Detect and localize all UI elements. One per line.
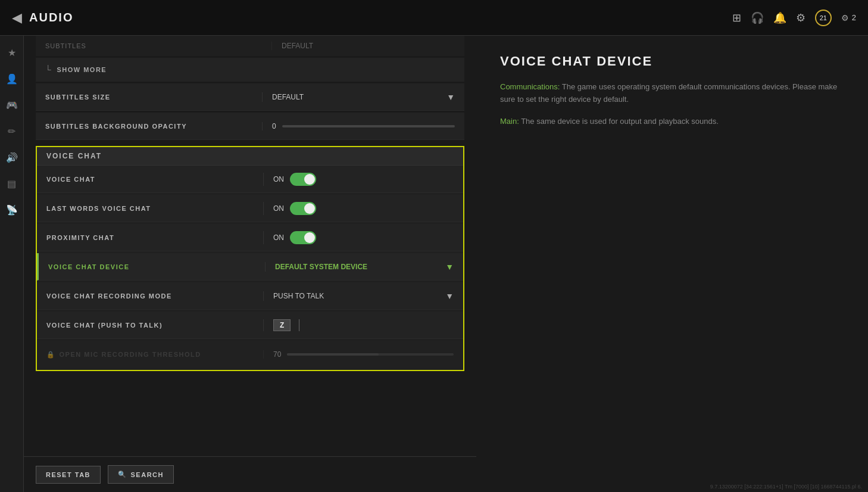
last-words-label: LAST WORDS VOICE CHAT [37,205,263,212]
voice-chat-state: ON [273,175,284,183]
setting-row-open-mic: 🔒OPEN MIC RECORDING THRESHOLD 70 [37,341,463,368]
lock-icon: 🔒 [46,351,56,358]
setting-row-subtitles-size[interactable]: SUBTITLES SIZE DEFAULT ▼ [36,83,464,111]
voice-chat-section-header: VOICE CHAT [37,147,463,166]
voice-chat-device-selected: DEFAULT SYSTEM DEVICE [275,263,367,271]
info-panel: VOICE CHAT DEVICE Communications: The ga… [476,36,868,492]
recording-mode-arrow-icon: ▼ [445,291,454,301]
headset-icon[interactable]: 🎧 [751,11,764,24]
info-main: Main: The same device is used for output… [500,116,844,128]
players-icon: ⚙ [841,13,849,23]
voice-chat-label: VOICE CHAT [37,176,263,183]
last-words-toggle-knob [304,203,315,214]
subtitles-size-dropdown[interactable]: DEFAULT ▼ [272,92,455,102]
debug-text: 9.7.13200072 [34:222:1561+1] Tm [7000] [… [710,484,862,490]
push-to-talk-key[interactable]: Z [273,319,291,331]
grid-icon[interactable]: ⊞ [732,11,741,24]
info-communications: Communications: The game uses operating … [500,81,844,106]
sidebar: ★ 👤 🎮 ✏ 🔊 ▤ 📡 [0,36,24,492]
subtitles-bg-number: 0 [272,122,276,130]
back-button[interactable]: ◀ AUDIO [12,10,73,26]
subtitles-bg-label: SUBTITLES BACKGROUND OPACITY [36,123,262,130]
settings-icon[interactable]: ⚙ [796,11,805,24]
voice-chat-toggle-knob [304,174,315,185]
user-badge[interactable]: 21 [815,10,832,26]
show-more-label: SHOW MORE [57,66,107,73]
voice-chat-section: VOICE CHAT VOICE CHAT ON LAST WORDS VOIC… [36,146,464,371]
main-content: SUBTITLES DEFAULT └ SHOW MORE SUBTITLES … [24,36,868,492]
partial-label-subtitles: SUBTITLES [45,42,271,49]
open-mic-value: 70 [263,350,463,359]
sidebar-item-gamepad[interactable]: 🎮 [1,94,23,116]
recording-mode-selected: PUSH TO TALK [273,292,324,300]
info-communications-label: Communications: [500,82,560,91]
keybind-separator [299,319,299,331]
bottom-bar: RESET TAB 🔍 SEARCH [24,456,476,492]
push-to-talk-label: VOICE CHAT (PUSH TO TALK) [37,322,263,329]
open-mic-number: 70 [273,350,281,359]
subtitles-size-value[interactable]: DEFAULT ▼ [262,92,464,102]
page-title: AUDIO [29,11,73,24]
sidebar-item-network[interactable]: 📡 [1,199,23,220]
proximity-chat-label: PROXIMITY CHAT [37,234,263,241]
proximity-chat-toggle-knob [304,232,315,243]
subtitles-size-arrow-icon: ▼ [447,92,455,102]
voice-chat-device-label: VOICE CHAT DEVICE [39,263,265,270]
partial-value-subtitles: DEFAULT [271,42,313,50]
open-mic-slider-track [287,353,454,356]
open-mic-slider-fill [287,353,379,356]
bell-icon[interactable]: 🔔 [773,11,786,24]
subtitles-size-label: SUBTITLES SIZE [36,94,262,101]
back-icon: ◀ [12,10,22,26]
recording-mode-dropdown[interactable]: PUSH TO TALK ▼ [273,291,454,301]
settings-panel: SUBTITLES DEFAULT └ SHOW MORE SUBTITLES … [24,36,476,492]
voice-chat-device-dropdown[interactable]: DEFAULT SYSTEM DEVICE ▼ [275,262,454,272]
voice-chat-value: ON [263,173,463,186]
proximity-chat-value: ON [263,231,463,244]
info-main-text: The same device is used for output and p… [519,117,719,126]
sidebar-item-audio[interactable]: 🔊 [1,147,23,168]
sidebar-item-profile[interactable]: 👤 [1,68,23,89]
voice-chat-device-value[interactable]: DEFAULT SYSTEM DEVICE ▼ [265,262,463,272]
setting-row-proximity-chat[interactable]: PROXIMITY CHAT ON [37,224,463,251]
subtitles-size-selected: DEFAULT [272,93,304,101]
setting-row-voice-chat[interactable]: VOICE CHAT ON [37,166,463,193]
proximity-chat-state: ON [273,233,284,242]
show-more-arrow-icon: └ [45,65,52,74]
setting-row-push-to-talk[interactable]: VOICE CHAT (PUSH TO TALK) Z [37,312,463,339]
push-to-talk-value[interactable]: Z [263,319,463,331]
voice-chat-toggle[interactable] [290,173,316,186]
subtitles-bg-slider-track [282,125,455,127]
recording-mode-value[interactable]: PUSH TO TALK ▼ [263,291,463,301]
setting-row-last-words[interactable]: LAST WORDS VOICE CHAT ON [37,195,463,222]
setting-row-subtitles-bg[interactable]: SUBTITLES BACKGROUND OPACITY 0 [36,113,464,140]
header: ◀ AUDIO ⊞ 🎧 🔔 ⚙ 21 ⚙ 2 [0,0,868,36]
recording-mode-label: VOICE CHAT RECORDING MODE [37,292,263,300]
header-right: ⊞ 🎧 🔔 ⚙ 21 ⚙ 2 [732,10,856,26]
last-words-toggle[interactable] [290,202,316,215]
last-words-value: ON [263,202,463,215]
last-words-state: ON [273,204,284,213]
search-label: SEARCH [131,471,164,478]
subtitles-bg-value[interactable]: 0 [262,122,464,130]
setting-row-recording-mode[interactable]: VOICE CHAT RECORDING MODE PUSH TO TALK ▼ [37,282,463,310]
search-button[interactable]: 🔍 SEARCH [108,465,174,484]
subtitles-bg-slider[interactable] [282,125,455,127]
info-title: VOICE CHAT DEVICE [500,54,844,69]
user-avatar: 21 [815,10,832,26]
show-more-row[interactable]: └ SHOW MORE [36,58,464,82]
search-icon: 🔍 [118,471,127,478]
partial-row-subtitles: SUBTITLES DEFAULT [36,36,464,56]
players-badge[interactable]: ⚙ 2 [841,13,856,23]
sidebar-item-favorites[interactable]: ★ [1,42,23,63]
open-mic-slider [287,353,454,356]
proximity-chat-toggle[interactable] [290,231,316,244]
open-mic-label: 🔒OPEN MIC RECORDING THRESHOLD [37,351,263,359]
sidebar-item-list[interactable]: ▤ [1,173,23,194]
voice-chat-device-arrow-icon: ▼ [445,262,454,272]
info-main-label: Main: [500,117,519,126]
setting-row-voice-chat-device[interactable]: VOICE CHAT DEVICE DEFAULT SYSTEM DEVICE … [37,253,463,281]
sidebar-item-edit[interactable]: ✏ [1,120,23,142]
reset-tab-button[interactable]: RESET TAB [36,466,101,484]
